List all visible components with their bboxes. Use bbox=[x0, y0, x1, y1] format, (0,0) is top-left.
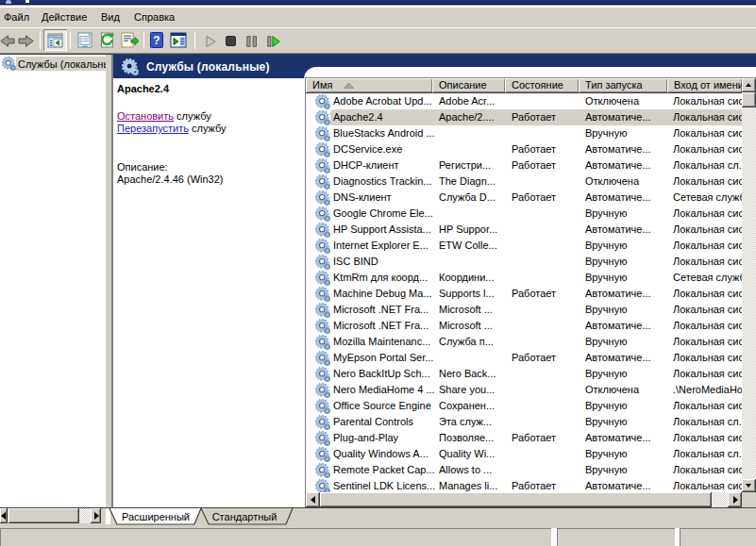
svg-text:?: ? bbox=[153, 34, 160, 47]
svg-text:Расширенный: Расширенный bbox=[122, 511, 190, 522]
svg-text:Стандартный: Стандартный bbox=[212, 511, 277, 522]
